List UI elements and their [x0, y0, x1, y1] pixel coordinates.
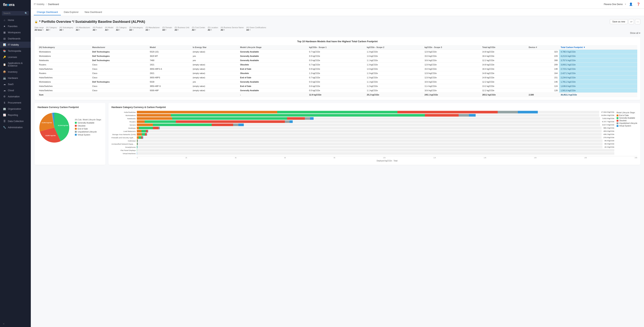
sidebar-item-hardware[interactable]: 💻Hardware	[0, 75, 31, 81]
carbon-footprint-table: (H) SubcategoryManufacturerModelIs Energ…	[38, 45, 637, 97]
save-as-new-button[interactable]: Save as new	[610, 19, 628, 24]
filter-value-9[interactable]: All ▾	[174, 29, 190, 31]
bar-seg-4-0	[137, 124, 153, 126]
bar-seg-4-1	[153, 124, 212, 126]
filter-value-7[interactable]: All ▾	[146, 29, 160, 31]
cell-r9-c6: 1.1 kgCO2e	[365, 88, 423, 93]
filter-value-4[interactable]: All ▾	[105, 29, 114, 31]
tab-data-explorer[interactable]: Data Explorer	[61, 9, 82, 15]
bar-seg-6-1	[142, 130, 146, 133]
cell-r2-c1: Dell Technologies	[91, 58, 148, 63]
cell-r3-c6: 1.3 kgCO2e	[365, 63, 423, 67]
bar-track-2	[137, 117, 600, 120]
sidebar-item-technopedia[interactable]: 📚Technopedia	[0, 48, 31, 54]
it-visibility-icon: 📊	[3, 43, 6, 46]
cell-r0-c9: 323	[527, 50, 559, 54]
cell-r1-c6: 1.6 kgCO2e	[365, 54, 423, 58]
bar-legend-title: Model Lifecycle Stage:	[616, 112, 637, 114]
sidebar-item-it-visibility[interactable]: 📊IT Visibility	[0, 42, 31, 48]
sidebar-item-applications-evidence[interactable]: 📋Applications & Evidence	[0, 60, 31, 69]
filter-value-6[interactable]: All ▾	[129, 29, 143, 31]
filter-value-13[interactable]: All ▾	[246, 29, 266, 31]
dashboard-title: * Portfolio Overview */ Sustainability B…	[39, 20, 145, 24]
cell-r8-c4: End of Sale	[238, 84, 308, 88]
cell-r5-c8: 14.8 kgCO2e	[481, 71, 527, 76]
sidebar-item-automation[interactable]: ⚙Automation	[0, 93, 31, 100]
bar-value-3: 6,727.7 kgCO2e	[602, 121, 614, 123]
sidebar-item-licenses[interactable]: 🔑Licenses	[0, 54, 31, 60]
filter-value-2[interactable]: All ▾	[76, 29, 90, 31]
bar-legend-label-0: End of Sale	[619, 114, 629, 116]
help-icon[interactable]: ❓	[636, 2, 641, 7]
sidebar-item-cloud[interactable]: ☁Cloud	[0, 87, 31, 93]
sidebar-item-organization[interactable]: 🏢Organization	[0, 106, 31, 112]
cell-r9-c3: (empty value)	[191, 88, 238, 93]
sidebar-label-it-visibility: IT Visibility	[8, 44, 19, 46]
cell-r7-c9: 146	[527, 80, 559, 84]
sidebar-item-saas[interactable]: ☁SaaS	[0, 81, 31, 87]
filter-item-12: (H) Business Service Name:All ▾	[221, 27, 244, 31]
bar-seg-2-1	[172, 117, 287, 120]
cell-r0-c8: 14.8 kgCO2e	[481, 50, 527, 54]
filter-value-1[interactable]: All ▾	[60, 29, 74, 31]
collapse-button[interactable]: «	[3, 322, 4, 325]
sidebar-item-favorites[interactable]: ★Favorites	[0, 23, 31, 29]
show-all-button[interactable]: Show all ▾	[630, 32, 640, 34]
tab-change-dashboard[interactable]: Change Dashboard	[34, 9, 61, 15]
cell-r3-c2: 1921	[148, 63, 191, 67]
col-header-6: kgCO2e - Scope 2	[365, 45, 423, 50]
undo-button[interactable]: ↩	[629, 19, 634, 24]
cell-r4-c3: (empty value)	[191, 67, 238, 71]
filter-value-8[interactable]: All ▾	[162, 29, 172, 31]
bar-label-12: Flat Panel Displays	[112, 149, 136, 151]
sum-cell-5: 12.9 kgCO2e	[308, 93, 365, 97]
bar-legend-item-0: End of Sale	[616, 114, 637, 116]
filter-value-11[interactable]: All ▾	[208, 29, 218, 31]
bar-row-9: Gateways36.8 kgCO2e	[112, 139, 614, 142]
user-icon[interactable]: 👤	[628, 2, 634, 7]
filter-value-0[interactable]: All ▾	[46, 29, 57, 31]
pie-legend-dot-1	[75, 125, 77, 127]
cell-r4-c7: 15.9 kgCO2e	[423, 67, 481, 71]
hardware-icon: 💻	[3, 77, 6, 79]
bar-seg-2-3	[305, 117, 310, 120]
cell-r4-c9: 148	[527, 67, 559, 71]
bar-seg-6-4	[148, 130, 148, 133]
sidebar-item-dashboards[interactable]: ▤Dashboards	[0, 36, 31, 42]
sidebar-item-data-collection[interactable]: 🗄Data Collection	[0, 118, 31, 124]
sidebar-item-inventory[interactable]: 📦Inventory	[0, 69, 31, 75]
filter-arrow-0: ▾	[49, 29, 50, 31]
filter-value-3[interactable]: All ▾	[92, 29, 103, 31]
bar-track-5	[137, 127, 602, 129]
bar-row-8: Firewalls and Security Appliances270.8 k…	[112, 136, 614, 139]
sidebar-item-procurement[interactable]: $Procurement	[0, 100, 31, 106]
cell-r0-c6: 1.3 kgCO2e	[365, 50, 423, 54]
filter-arrow-6: ▾	[132, 29, 134, 31]
more-options-button[interactable]: ⋯	[635, 19, 640, 24]
table-row: NotebooksDell Technologies7480yesGeneral…	[38, 58, 637, 63]
col-header-8: Total kgCO2e	[481, 45, 527, 50]
tab-new-dashboard[interactable]: New Dashboard	[82, 9, 105, 15]
sidebar-label-data-collection: Data Collection	[8, 120, 24, 123]
bar-legend-item-1: Generally Available	[616, 117, 637, 119]
filter-value-5[interactable]: All ▾	[116, 29, 127, 31]
pie-legend-dot-3	[75, 131, 77, 133]
sidebar-item-home[interactable]: ⌂Home	[0, 17, 31, 23]
table-row: Hubs/SwitchesCisco3650-48FS-S(empty valu…	[38, 67, 637, 71]
cell-r2-c8: 12.2 kgCO2e	[481, 58, 527, 63]
bar-row-10: Unclassified Network Equipment36.6 kgCO2…	[112, 143, 614, 145]
date-range-value[interactable]: All time ▾	[34, 29, 44, 31]
bar-seg-6-2	[146, 130, 148, 133]
filter-value-12[interactable]: All ▾	[221, 29, 244, 31]
sidebar-item-workspaces[interactable]: ▦Workspaces	[0, 29, 31, 36]
cell-r2-c3: yes	[191, 58, 238, 63]
bar-x-axis: 02k4k6k8k10k12k14k16k18k20k	[137, 156, 637, 159]
sidebar-item-administration[interactable]: 🔧Administration	[0, 124, 31, 130]
sidebar-item-reporting[interactable]: 📈Reporting	[0, 112, 31, 118]
reporting-icon: 📈	[3, 114, 6, 116]
cell-r0-c5: 0.7 kgCO2e	[308, 50, 365, 54]
cell-r7-c4: Generally Available	[238, 80, 308, 84]
bar-legend-dot-0	[616, 115, 618, 116]
sidebar-label-workspaces: Workspaces	[8, 31, 21, 34]
filter-value-10[interactable]: All ▾	[192, 29, 206, 31]
